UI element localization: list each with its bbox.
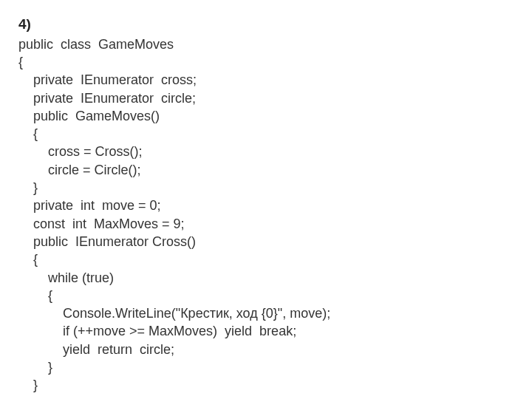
code-line: public class GameMoves xyxy=(18,35,514,53)
code-line: if (++move >= MaxMoves) yield break; xyxy=(18,322,514,340)
code-line: { xyxy=(18,250,514,268)
code-line: } xyxy=(18,179,514,197)
code-line: public GameMoves() xyxy=(18,107,514,125)
code-line: private IEnumerator circle; xyxy=(18,89,514,107)
code-line: { xyxy=(18,287,514,304)
code-line: yield return circle; xyxy=(18,341,514,358)
code-line: while (true) xyxy=(18,269,514,287)
code-line: { xyxy=(18,53,514,71)
section-heading: 4) xyxy=(18,15,514,34)
code-line: Console.WriteLine("Крестик, ход {0}", mo… xyxy=(18,304,514,322)
code-line: { xyxy=(18,125,514,143)
code-line: const int MaxMoves = 9; xyxy=(18,215,514,233)
code-line: private int move = 0; xyxy=(18,197,514,214)
code-line: circle = Circle(); xyxy=(18,161,514,179)
code-line: cross = Cross(); xyxy=(18,143,514,160)
code-line: private IEnumerator cross; xyxy=(18,71,514,89)
code-line: } xyxy=(18,358,514,376)
code-line: public IEnumerator Cross() xyxy=(18,233,514,250)
code-line: } xyxy=(18,376,514,394)
